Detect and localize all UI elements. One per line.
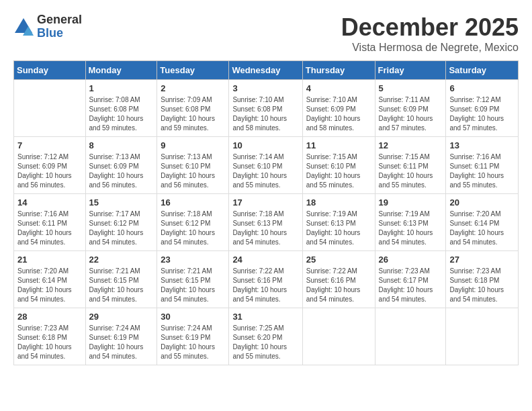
day-info: Sunrise: 7:24 AMSunset: 6:19 PMDaylight:… — [89, 324, 154, 361]
day-info: Sunrise: 7:16 AMSunset: 6:11 PMDaylight:… — [17, 210, 82, 247]
day-info: Sunrise: 7:23 AMSunset: 6:18 PMDaylight:… — [449, 267, 515, 304]
calendar-cell: 22Sunrise: 7:21 AMSunset: 6:15 PMDayligh… — [85, 251, 157, 308]
day-info: Sunrise: 7:23 AMSunset: 6:18 PMDaylight:… — [17, 324, 82, 361]
day-info: Sunrise: 7:23 AMSunset: 6:17 PMDaylight:… — [379, 267, 443, 304]
day-number: 10 — [232, 140, 298, 150]
calendar-cell: 17Sunrise: 7:18 AMSunset: 6:13 PMDayligh… — [229, 194, 302, 251]
calendar-cell: 4Sunrise: 7:10 AMSunset: 6:09 PMDaylight… — [302, 80, 375, 137]
day-number: 2 — [161, 83, 225, 93]
day-info: Sunrise: 7:24 AMSunset: 6:19 PMDaylight:… — [161, 324, 225, 361]
calendar-cell: 21Sunrise: 7:20 AMSunset: 6:14 PMDayligh… — [14, 251, 86, 308]
day-info: Sunrise: 7:14 AMSunset: 6:10 PMDaylight:… — [232, 152, 298, 190]
header-saturday: Saturday — [446, 61, 519, 80]
day-info: Sunrise: 7:11 AMSunset: 6:09 PMDaylight:… — [379, 95, 443, 133]
calendar-cell: 26Sunrise: 7:23 AMSunset: 6:17 PMDayligh… — [375, 251, 446, 308]
calendar-cell: 11Sunrise: 7:15 AMSunset: 6:10 PMDayligh… — [302, 137, 375, 194]
day-number: 22 — [89, 255, 154, 265]
day-number: 31 — [232, 312, 298, 322]
day-info: Sunrise: 7:10 AMSunset: 6:08 PMDaylight:… — [232, 95, 298, 133]
day-number: 20 — [449, 197, 515, 208]
day-info: Sunrise: 7:21 AMSunset: 6:15 PMDaylight:… — [89, 267, 154, 304]
day-info: Sunrise: 7:09 AMSunset: 6:08 PMDaylight:… — [161, 95, 225, 133]
calendar-cell: 31Sunrise: 7:25 AMSunset: 6:20 PMDayligh… — [229, 308, 302, 365]
calendar-week-4: 21Sunrise: 7:20 AMSunset: 6:14 PMDayligh… — [14, 251, 519, 308]
day-info: Sunrise: 7:19 AMSunset: 6:13 PMDaylight:… — [379, 210, 443, 247]
day-number: 5 — [379, 83, 443, 93]
day-info: Sunrise: 7:20 AMSunset: 6:14 PMDaylight:… — [17, 267, 82, 304]
calendar-cell — [14, 80, 86, 137]
header-monday: Monday — [85, 61, 157, 80]
calendar-cell: 23Sunrise: 7:21 AMSunset: 6:15 PMDayligh… — [157, 251, 229, 308]
logo: General Blue — [13, 13, 82, 40]
calendar-cell — [446, 308, 519, 365]
calendar-cell: 16Sunrise: 7:18 AMSunset: 6:12 PMDayligh… — [157, 194, 229, 251]
calendar-cell — [302, 308, 375, 365]
day-number: 1 — [89, 83, 154, 93]
day-number: 28 — [17, 312, 82, 322]
calendar-cell: 7Sunrise: 7:12 AMSunset: 6:09 PMDaylight… — [14, 137, 86, 194]
calendar-cell: 10Sunrise: 7:14 AMSunset: 6:10 PMDayligh… — [229, 137, 302, 194]
calendar-cell: 24Sunrise: 7:22 AMSunset: 6:16 PMDayligh… — [229, 251, 302, 308]
calendar-header: SundayMondayTuesdayWednesdayThursdayFrid… — [14, 61, 519, 80]
calendar-cell: 30Sunrise: 7:24 AMSunset: 6:19 PMDayligh… — [157, 308, 229, 365]
calendar-cell: 3Sunrise: 7:10 AMSunset: 6:08 PMDaylight… — [229, 80, 302, 137]
calendar-week-1: 1Sunrise: 7:08 AMSunset: 6:08 PMDaylight… — [14, 80, 519, 137]
calendar-cell: 27Sunrise: 7:23 AMSunset: 6:18 PMDayligh… — [446, 251, 519, 308]
day-number: 23 — [161, 255, 225, 265]
logo-text: General Blue — [37, 13, 82, 40]
calendar-week-5: 28Sunrise: 7:23 AMSunset: 6:18 PMDayligh… — [14, 308, 519, 365]
day-info: Sunrise: 7:13 AMSunset: 6:09 PMDaylight:… — [89, 152, 154, 190]
day-info: Sunrise: 7:15 AMSunset: 6:10 PMDaylight:… — [306, 152, 371, 190]
calendar-cell: 13Sunrise: 7:16 AMSunset: 6:11 PMDayligh… — [446, 137, 519, 194]
day-info: Sunrise: 7:15 AMSunset: 6:11 PMDaylight:… — [379, 152, 443, 190]
day-info: Sunrise: 7:22 AMSunset: 6:16 PMDaylight:… — [232, 267, 298, 304]
header-row: SundayMondayTuesdayWednesdayThursdayFrid… — [14, 61, 519, 80]
title-section: December 2025 Vista Hermosa de Negrete, … — [341, 13, 519, 54]
day-number: 27 — [449, 255, 515, 265]
day-number: 21 — [17, 255, 82, 265]
day-number: 25 — [306, 255, 371, 265]
calendar-cell: 28Sunrise: 7:23 AMSunset: 6:18 PMDayligh… — [14, 308, 86, 365]
day-number: 30 — [161, 312, 225, 322]
calendar-cell: 14Sunrise: 7:16 AMSunset: 6:11 PMDayligh… — [14, 194, 86, 251]
month-title: December 2025 — [341, 13, 519, 42]
day-number: 13 — [449, 140, 515, 150]
calendar-table: SundayMondayTuesdayWednesdayThursdayFrid… — [13, 60, 519, 365]
logo-general: General — [37, 13, 82, 27]
day-info: Sunrise: 7:10 AMSunset: 6:09 PMDaylight:… — [306, 95, 371, 133]
header-sunday: Sunday — [14, 61, 86, 80]
calendar-cell: 9Sunrise: 7:13 AMSunset: 6:10 PMDaylight… — [157, 137, 229, 194]
calendar-week-3: 14Sunrise: 7:16 AMSunset: 6:11 PMDayligh… — [14, 194, 519, 251]
page-header: General Blue December 2025 Vista Hermosa… — [13, 13, 519, 54]
day-number: 8 — [89, 140, 154, 150]
logo-blue: Blue — [37, 27, 82, 40]
day-number: 18 — [306, 197, 371, 208]
day-number: 4 — [306, 83, 371, 93]
day-info: Sunrise: 7:25 AMSunset: 6:20 PMDaylight:… — [232, 324, 298, 361]
day-number: 3 — [232, 83, 298, 93]
day-info: Sunrise: 7:17 AMSunset: 6:12 PMDaylight:… — [89, 210, 154, 247]
calendar-cell: 15Sunrise: 7:17 AMSunset: 6:12 PMDayligh… — [85, 194, 157, 251]
day-number: 6 — [449, 83, 515, 93]
calendar-cell: 20Sunrise: 7:20 AMSunset: 6:14 PMDayligh… — [446, 194, 519, 251]
logo-icon — [13, 17, 34, 37]
day-number: 26 — [379, 255, 443, 265]
day-info: Sunrise: 7:16 AMSunset: 6:11 PMDaylight:… — [449, 152, 515, 190]
day-info: Sunrise: 7:20 AMSunset: 6:14 PMDaylight:… — [449, 210, 515, 247]
calendar-cell: 18Sunrise: 7:19 AMSunset: 6:13 PMDayligh… — [302, 194, 375, 251]
day-info: Sunrise: 7:12 AMSunset: 6:09 PMDaylight:… — [17, 152, 82, 190]
calendar-cell: 12Sunrise: 7:15 AMSunset: 6:11 PMDayligh… — [375, 137, 446, 194]
day-number: 19 — [379, 197, 443, 208]
header-thursday: Thursday — [302, 61, 375, 80]
day-number: 24 — [232, 255, 298, 265]
day-number: 14 — [17, 197, 82, 208]
day-info: Sunrise: 7:18 AMSunset: 6:13 PMDaylight:… — [232, 210, 298, 247]
day-number: 7 — [17, 140, 82, 150]
day-info: Sunrise: 7:19 AMSunset: 6:13 PMDaylight:… — [306, 210, 371, 247]
location-subtitle: Vista Hermosa de Negrete, Mexico — [341, 42, 519, 54]
calendar-cell: 29Sunrise: 7:24 AMSunset: 6:19 PMDayligh… — [85, 308, 157, 365]
day-number: 9 — [161, 140, 225, 150]
calendar-cell: 5Sunrise: 7:11 AMSunset: 6:09 PMDaylight… — [375, 80, 446, 137]
day-info: Sunrise: 7:22 AMSunset: 6:16 PMDaylight:… — [306, 267, 371, 304]
day-number: 16 — [161, 197, 225, 208]
